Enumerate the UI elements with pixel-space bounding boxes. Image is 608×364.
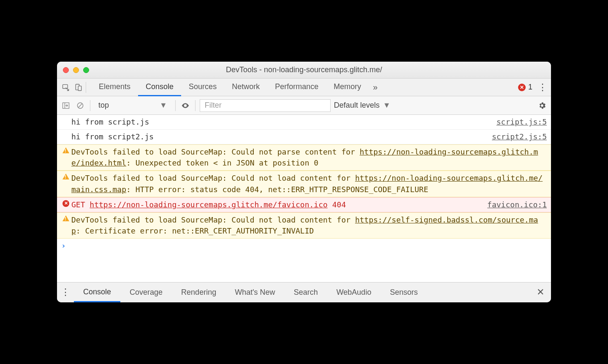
log-source-link[interactable]: script.js:5: [490, 117, 547, 128]
close-drawer-icon[interactable]: ✕: [530, 287, 551, 298]
warning-row[interactable]: DevTools failed to load SourceMap: Could…: [57, 171, 551, 197]
execution-context-select[interactable]: top ▼: [95, 101, 171, 110]
log-message: GET https://non-loading-sourcemaps.glitc…: [71, 199, 480, 210]
filterbar-separator: [90, 100, 90, 111]
log-row[interactable]: hi from script2.js script2.js:5: [57, 130, 551, 144]
console-filterbar: top ▼ Default levels ▼: [57, 96, 551, 115]
drawer-tab-whatsnew[interactable]: What's New: [225, 283, 284, 302]
drawer-tab-sensors[interactable]: Sensors: [380, 283, 427, 302]
chevron-down-icon: ▼: [383, 101, 391, 110]
error-count: 1: [528, 83, 532, 92]
tab-network[interactable]: Network: [224, 78, 267, 96]
devtools-window: DevTools - non-loading-sourcemaps.glitch…: [57, 62, 551, 302]
console-output: hi from script.js script.js:5 hi from sc…: [57, 115, 551, 282]
toolbar-separator: [86, 82, 86, 93]
drawer-tab-search[interactable]: Search: [285, 283, 327, 302]
log-message: hi from script.js: [71, 117, 490, 128]
error-icon: ✕: [62, 200, 69, 207]
window-title: DevTools - non-loading-sourcemaps.glitch…: [57, 65, 551, 74]
filterbar-separator: [195, 100, 195, 111]
console-settings-icon[interactable]: [537, 100, 548, 111]
drawer-menu-icon[interactable]: ⋮: [60, 288, 71, 297]
tab-memory[interactable]: Memory: [326, 78, 369, 96]
chevron-down-icon: ▼: [160, 101, 167, 110]
show-console-sidebar-icon[interactable]: [60, 100, 71, 111]
warning-row[interactable]: DevTools failed to load SourceMap: Could…: [57, 212, 551, 239]
filter-input[interactable]: [202, 100, 328, 111]
console-prompt[interactable]: ›: [57, 239, 551, 253]
log-message: hi from script2.js: [71, 131, 485, 142]
filterbar-separator: [175, 100, 176, 111]
panel-tabs: Elements Console Sources Network Perform…: [91, 78, 369, 96]
drawer-toolbar: ⋮ Console Coverage Rendering What's New …: [57, 282, 551, 302]
device-toolbar-icon[interactable]: [72, 81, 85, 94]
tab-console[interactable]: Console: [138, 78, 181, 96]
warning-icon: [62, 215, 69, 221]
drawer-tab-rendering[interactable]: Rendering: [172, 283, 225, 302]
log-message: DevTools failed to load SourceMap: Could…: [71, 173, 547, 195]
svg-rect-0: [63, 84, 68, 88]
warning-icon: [62, 174, 69, 179]
more-tabs-icon[interactable]: »: [369, 82, 382, 92]
live-expression-icon[interactable]: [180, 100, 191, 111]
context-label: top: [98, 101, 109, 110]
log-message: DevTools failed to load SourceMap: Could…: [71, 147, 547, 168]
console-blank-area[interactable]: [57, 253, 551, 282]
inspect-element-icon[interactable]: [60, 81, 72, 94]
filter-wrap: [200, 99, 331, 112]
error-count-badge[interactable]: ✕ 1: [514, 83, 537, 92]
log-row[interactable]: hi from script.js script.js:5: [57, 115, 551, 130]
log-source-link[interactable]: favicon.ico:1: [480, 199, 547, 210]
drawer-tab-coverage[interactable]: Coverage: [120, 283, 172, 302]
url-link[interactable]: https://non-loading-sourcemaps.glitch.me…: [90, 200, 328, 209]
drawer-tab-console[interactable]: Console: [74, 283, 120, 302]
svg-rect-2: [78, 86, 81, 90]
window-titlebar: DevTools - non-loading-sourcemaps.glitch…: [57, 62, 551, 79]
clear-console-icon[interactable]: [75, 100, 86, 111]
tab-elements[interactable]: Elements: [91, 78, 138, 96]
log-source-link[interactable]: script2.js:5: [485, 131, 547, 142]
tab-performance[interactable]: Performance: [267, 78, 326, 96]
svg-point-5: [185, 105, 186, 106]
settings-menu-icon[interactable]: ⋮: [537, 83, 548, 92]
drawer-tab-webaudio[interactable]: WebAudio: [327, 283, 381, 302]
status-code: 404: [332, 200, 346, 209]
main-toolbar: Elements Console Sources Network Perform…: [57, 79, 551, 96]
error-icon: ✕: [518, 84, 526, 91]
tab-sources[interactable]: Sources: [181, 78, 224, 96]
warning-row[interactable]: DevTools failed to load SourceMap: Could…: [57, 144, 551, 171]
error-row[interactable]: ✕ GET https://non-loading-sourcemaps.gli…: [57, 197, 551, 212]
log-levels-select[interactable]: Default levels ▼: [334, 101, 391, 110]
levels-label: Default levels: [334, 101, 380, 110]
log-message: DevTools failed to load SourceMap: Could…: [71, 215, 547, 236]
warning-icon: [62, 147, 69, 153]
